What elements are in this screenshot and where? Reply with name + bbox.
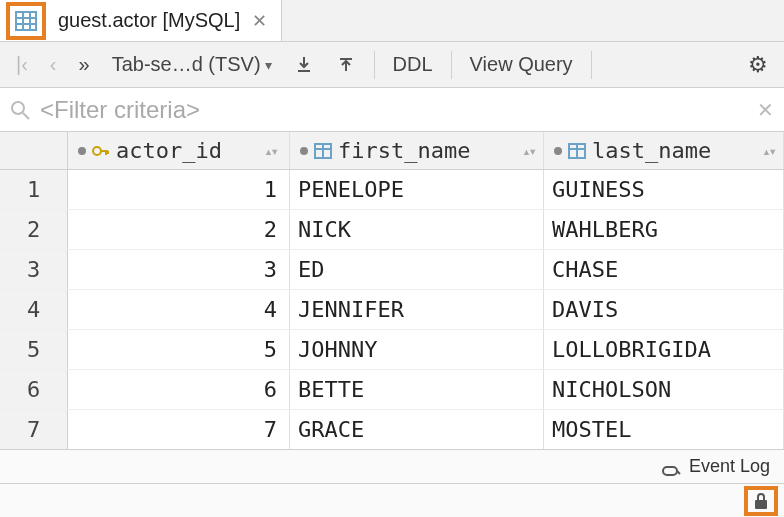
data-grid: actor_id ▴▾ first_name ▴▾ last_name ▴▾ 1… — [0, 132, 784, 449]
settings-button[interactable]: ⚙ — [740, 48, 776, 82]
table-icon — [6, 2, 46, 40]
row-number: 4 — [0, 290, 68, 329]
grid-body: 11PENELOPEGUINESS22NICKWAHLBERG33EDCHASE… — [0, 170, 784, 449]
export-format-dropdown[interactable]: Tab-se…d (TSV) ▾ — [104, 49, 280, 80]
filter-input[interactable] — [40, 96, 747, 124]
download-button[interactable] — [286, 51, 322, 79]
column-dot-icon — [300, 147, 308, 155]
grid-header: actor_id ▴▾ first_name ▴▾ last_name ▴▾ — [0, 132, 784, 170]
cell-last-name[interactable]: WAHLBERG — [544, 210, 784, 249]
column-dot-icon — [554, 147, 562, 155]
row-number: 1 — [0, 170, 68, 209]
separator — [451, 51, 452, 79]
cell-first-name[interactable]: PENELOPE — [290, 170, 544, 209]
sort-icon: ▴▾ — [762, 143, 775, 159]
row-number: 2 — [0, 210, 68, 249]
tab-title: guest.actor [MySQL] — [58, 9, 240, 32]
sort-icon: ▴▾ — [264, 143, 277, 159]
header-last-name[interactable]: last_name ▴▾ — [544, 132, 784, 169]
lock-icon[interactable] — [744, 486, 778, 516]
search-icon — [10, 100, 30, 120]
clear-filter-icon[interactable]: ✕ — [757, 98, 774, 122]
header-label: first_name — [338, 138, 470, 163]
toolbar: |‹ ‹ » Tab-se…d (TSV) ▾ DDL View Query ⚙ — [0, 42, 784, 88]
header-label: actor_id — [116, 138, 222, 163]
svg-point-5 — [12, 102, 24, 114]
tab-strip: guest.actor [MySQL] ✕ — [0, 0, 784, 42]
header-rownum — [0, 132, 68, 169]
cell-first-name[interactable]: NICK — [290, 210, 544, 249]
ddl-button[interactable]: DDL — [385, 49, 441, 80]
cell-last-name[interactable]: CHASE — [544, 250, 784, 289]
column-icon — [314, 143, 332, 159]
sort-icon: ▴▾ — [522, 143, 535, 159]
row-number: 5 — [0, 330, 68, 369]
cell-last-name[interactable]: GUINESS — [544, 170, 784, 209]
separator — [374, 51, 375, 79]
svg-rect-15 — [755, 500, 767, 509]
table-row[interactable]: 22NICKWAHLBERG — [0, 210, 784, 250]
upload-icon — [336, 55, 356, 75]
download-icon — [294, 55, 314, 75]
cell-actor-id[interactable]: 2 — [68, 210, 290, 249]
header-label: last_name — [592, 138, 711, 163]
nav-more-button[interactable]: » — [71, 49, 98, 80]
table-row[interactable]: 44JENNIFERDAVIS — [0, 290, 784, 330]
primary-key-icon — [92, 143, 110, 159]
bottom-bar — [0, 483, 784, 517]
svg-line-6 — [23, 113, 29, 119]
event-log-button[interactable]: Event Log — [689, 456, 770, 477]
cell-first-name[interactable]: JOHNNY — [290, 330, 544, 369]
nav-first-button[interactable]: |‹ — [8, 49, 36, 80]
row-number: 3 — [0, 250, 68, 289]
cell-actor-id[interactable]: 7 — [68, 410, 290, 449]
cell-last-name[interactable]: DAVIS — [544, 290, 784, 329]
header-actor-id[interactable]: actor_id ▴▾ — [68, 132, 290, 169]
table-row[interactable]: 11PENELOPEGUINESS — [0, 170, 784, 210]
cell-last-name[interactable]: NICHOLSON — [544, 370, 784, 409]
cell-actor-id[interactable]: 5 — [68, 330, 290, 369]
svg-rect-14 — [663, 467, 677, 475]
upload-button[interactable] — [328, 51, 364, 79]
header-first-name[interactable]: first_name ▴▾ — [290, 132, 544, 169]
cell-actor-id[interactable]: 3 — [68, 250, 290, 289]
cell-first-name[interactable]: BETTE — [290, 370, 544, 409]
row-number: 6 — [0, 370, 68, 409]
close-icon[interactable]: ✕ — [248, 10, 271, 32]
table-row[interactable]: 66BETTENICHOLSON — [0, 370, 784, 410]
cell-last-name[interactable]: LOLLOBRIGIDA — [544, 330, 784, 369]
separator — [591, 51, 592, 79]
event-log-icon — [661, 458, 681, 476]
row-number: 7 — [0, 410, 68, 449]
gear-icon: ⚙ — [748, 52, 768, 78]
table-row[interactable]: 55JOHNNYLOLLOBRIGIDA — [0, 330, 784, 370]
cell-first-name[interactable]: ED — [290, 250, 544, 289]
cell-actor-id[interactable]: 4 — [68, 290, 290, 329]
cell-actor-id[interactable]: 6 — [68, 370, 290, 409]
table-row[interactable]: 33EDCHASE — [0, 250, 784, 290]
filter-bar: ✕ — [0, 88, 784, 132]
cell-first-name[interactable]: GRACE — [290, 410, 544, 449]
chevron-down-icon: ▾ — [265, 57, 272, 73]
column-dot-icon — [78, 147, 86, 155]
svg-rect-0 — [16, 12, 36, 30]
cell-actor-id[interactable]: 1 — [68, 170, 290, 209]
cell-last-name[interactable]: MOSTEL — [544, 410, 784, 449]
cell-first-name[interactable]: JENNIFER — [290, 290, 544, 329]
status-bar: Event Log — [0, 449, 784, 483]
svg-point-7 — [93, 147, 101, 155]
tab-guest-actor[interactable]: guest.actor [MySQL] ✕ — [0, 0, 282, 41]
column-icon — [568, 143, 586, 159]
export-format-label: Tab-se…d (TSV) — [112, 53, 261, 76]
nav-prev-button[interactable]: ‹ — [42, 49, 65, 80]
view-query-button[interactable]: View Query — [462, 49, 581, 80]
table-row[interactable]: 77GRACEMOSTEL — [0, 410, 784, 449]
